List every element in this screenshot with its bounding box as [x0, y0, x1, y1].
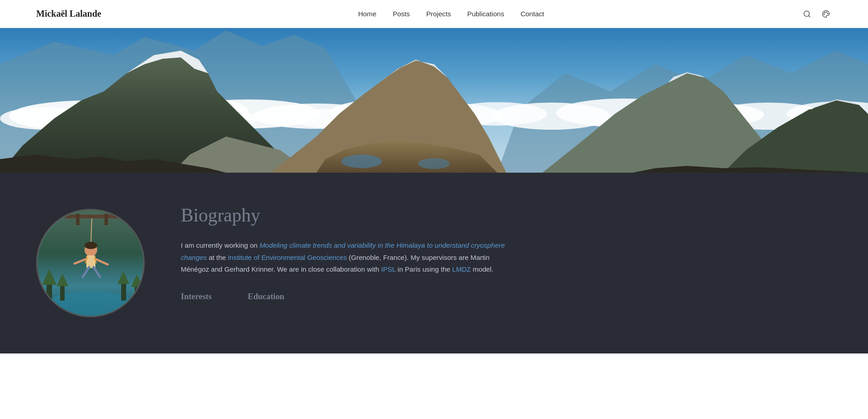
theme-button[interactable] [820, 8, 832, 20]
bio-text-part1: I am currently working on [181, 241, 259, 249]
brand-link[interactable]: Mickaël Lalande [36, 9, 101, 19]
ipsl-link[interactable]: IPSL [381, 265, 396, 273]
search-button[interactable] [801, 8, 813, 20]
avatar-image [38, 210, 145, 317]
svg-point-4 [825, 12, 826, 13]
search-icon [803, 10, 811, 18]
bio-lower-section: Interests Education [181, 292, 832, 307]
biography-title: Biography [181, 204, 832, 227]
bio-text-part2: at the [207, 254, 227, 261]
nav-links: Home Posts Projects Publications Contact [358, 10, 544, 18]
bio-content: Biography I am currently working on Mode… [181, 200, 832, 307]
biography-section: Biography I am currently working on Mode… [0, 173, 868, 353]
education-column: Education [248, 292, 284, 307]
bio-text-part5: model. [471, 265, 494, 273]
interests-title: Interests [181, 292, 212, 301]
avatar [36, 209, 145, 317]
ige-link[interactable]: Institute of Environmental Geosciences [228, 254, 347, 261]
education-title: Education [248, 292, 284, 301]
svg-line-1 [808, 15, 810, 17]
navbar-icons [801, 8, 832, 20]
svg-point-30 [341, 155, 382, 168]
svg-point-3 [827, 13, 828, 14]
bio-text-part4: in Paris using the [396, 265, 452, 273]
svg-point-5 [824, 14, 825, 14]
palette-icon [822, 10, 830, 18]
nav-projects[interactable]: Projects [426, 10, 451, 18]
nav-posts[interactable]: Posts [393, 10, 410, 18]
svg-rect-51 [104, 214, 108, 225]
nav-contact[interactable]: Contact [520, 10, 544, 18]
biography-text: I am currently working on Modeling clima… [181, 240, 506, 276]
svg-rect-49 [65, 215, 119, 218]
svg-rect-50 [76, 214, 80, 225]
hero-image [0, 28, 868, 173]
avatar-column [36, 200, 145, 317]
svg-point-2 [826, 12, 827, 13]
nav-home[interactable]: Home [358, 10, 377, 18]
nav-publications[interactable]: Publications [467, 10, 505, 18]
interests-column: Interests [181, 292, 212, 307]
navbar: Mickaël Lalande Home Posts Projects Publ… [0, 0, 868, 28]
lmdz-link[interactable]: LMDZ [452, 265, 471, 273]
svg-point-54 [85, 242, 97, 249]
svg-point-31 [418, 158, 450, 169]
hero-svg [0, 28, 868, 173]
